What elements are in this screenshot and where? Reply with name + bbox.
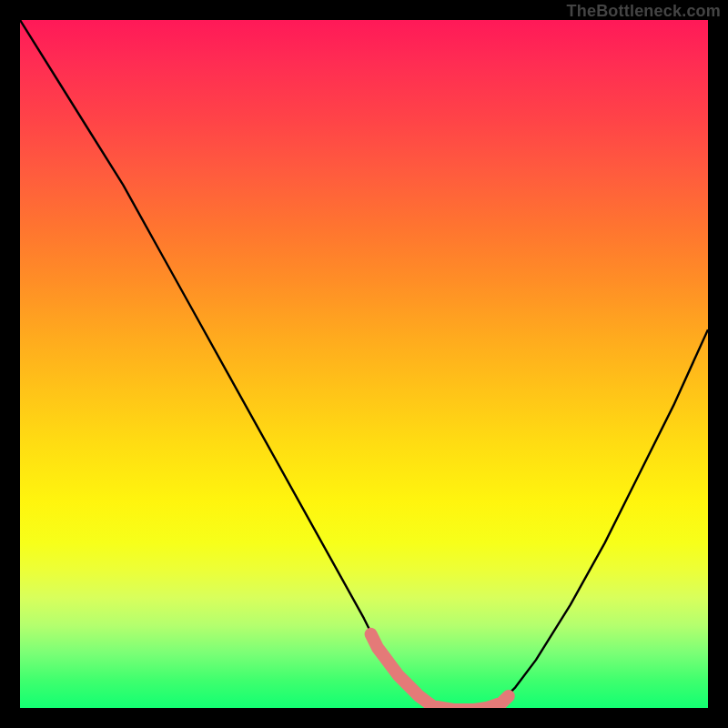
- attribution-text: TheBottleneck.com: [567, 2, 721, 21]
- plot-area: [20, 20, 708, 708]
- optimal-band: [371, 634, 509, 708]
- curve-layer: [20, 20, 708, 708]
- bottleneck-curve: [20, 20, 708, 708]
- chart-stage: TheBottleneck.com: [0, 0, 728, 728]
